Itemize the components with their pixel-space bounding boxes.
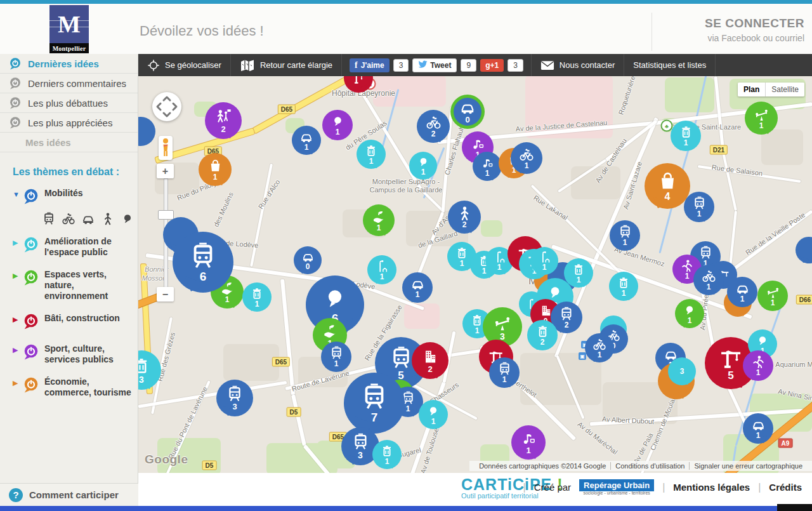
sidebar-item-2[interactable]: Les plus débattues (0, 93, 138, 113)
help-button[interactable]: ? Comment carticiper (0, 483, 138, 506)
map-marker[interactable]: 1 (511, 425, 546, 460)
chevron-right-icon[interactable]: ▶ (13, 346, 22, 354)
map-marker[interactable]: 1 (199, 153, 232, 186)
theme-item-5[interactable]: ▶Économie, commerce, tourisme (0, 370, 138, 403)
map-marker[interactable]: 4 (645, 163, 690, 209)
map-marker[interactable]: 1 (609, 272, 638, 301)
map-marker[interactable]: 0 (294, 246, 322, 274)
music-icon (520, 430, 537, 447)
map-marker[interactable]: 6 (173, 232, 233, 293)
map-marker[interactable]: 2 (205, 102, 242, 139)
map-type-plan[interactable]: Plan (738, 83, 765, 96)
bike-icon[interactable] (62, 212, 75, 226)
map-marker[interactable]: 1 (367, 255, 396, 284)
map-marker[interactable]: 7 (344, 373, 405, 434)
help-label: Comment carticiper (29, 489, 119, 500)
map-marker[interactable]: 1 (745, 102, 778, 135)
map-marker[interactable]: 1 (242, 282, 272, 312)
tweet-button[interactable]: Tweet (412, 58, 457, 72)
map-marker[interactable]: 1 (419, 400, 448, 429)
chevron-right-icon[interactable]: ▶ (13, 272, 22, 280)
attribution-text[interactable]: Conditions d'utilisation (610, 462, 689, 470)
pegman-control[interactable] (159, 136, 173, 160)
map-marker[interactable]: 1 (671, 121, 701, 151)
marker-count: 1 (685, 272, 690, 280)
theme-item-0[interactable]: ▼Mobilités (0, 182, 138, 212)
map-marker[interactable]: 1 (357, 140, 386, 169)
map-marker[interactable]: 1 (675, 299, 704, 328)
contact-button[interactable]: Nous contacter (532, 54, 624, 76)
sidebar-item-0[interactable]: Dernières idées (0, 54, 138, 74)
chevron-down-icon[interactable]: ▼ (13, 190, 22, 198)
map-pan-control[interactable] (152, 92, 181, 121)
theme-item-2[interactable]: ▶Espaces verts, nature, environnement (0, 263, 138, 307)
chevron-right-icon[interactable]: ▶ (13, 379, 22, 387)
bubble-icon (426, 404, 440, 418)
map-marker[interactable] (796, 237, 812, 263)
map-marker[interactable]: 1 (409, 152, 437, 180)
legal-link[interactable]: Mentions légales (673, 482, 750, 493)
theme-item-1[interactable]: ▶Amélioration de l'espace public (0, 230, 138, 263)
map-marker[interactable]: 1 (473, 152, 502, 181)
road-badge: D65 (278, 105, 296, 114)
map-marker[interactable]: 1 (727, 277, 757, 307)
gplus-button[interactable]: g+1 (480, 59, 504, 72)
map-marker[interactable]: 2 (417, 110, 450, 143)
map-marker[interactable]: 2 (527, 320, 558, 350)
map-type-satellite[interactable]: Satellite (765, 83, 804, 96)
login-button[interactable]: SE CONNECTER (665, 17, 804, 30)
header: M Montpellier Dévoilez vos idées ! SE CO… (0, 4, 812, 54)
attribution-text[interactable]: Signaler une erreur cartographique (689, 462, 807, 470)
map-marker[interactable]: 1 (363, 204, 395, 236)
map-marker[interactable]: 1 (693, 265, 724, 295)
map-marker[interactable]: 1 (564, 258, 593, 288)
map-marker[interactable]: 1 (322, 110, 353, 140)
map-marker[interactable]: 1 (684, 192, 714, 222)
zoom-out-button[interactable]: − (157, 287, 174, 302)
map-marker[interactable]: 3 (216, 380, 253, 416)
zoom-slider-handle[interactable] (158, 210, 174, 220)
map-marker[interactable]: 0 (450, 95, 485, 129)
map-marker[interactable]: 1 (321, 342, 351, 372)
map-marker[interactable]: 1 (585, 333, 614, 362)
login-block[interactable]: SE CONNECTER via Facebook ou courriel (652, 13, 804, 51)
sidebar-item-mes-idees[interactable]: Mes idées (0, 133, 138, 152)
theme-item-3[interactable]: ▶Bâti, construction (0, 307, 138, 337)
geolocate-button[interactable]: Se géolocaliser (138, 54, 231, 76)
stats-button[interactable]: Statistiques et listes (624, 54, 716, 76)
montpellier-logo[interactable]: M Montpellier (49, 5, 89, 53)
zoom-in-button[interactable]: + (157, 164, 174, 178)
tram-icon[interactable] (42, 212, 56, 226)
bubble-icon[interactable] (121, 212, 134, 226)
map-marker[interactable]: 1 (402, 272, 433, 303)
back-map-button[interactable]: Retour carte élargie (231, 54, 342, 76)
chevron-right-icon[interactable]: ▶ (13, 239, 22, 247)
map-marker[interactable]: 1 (489, 357, 520, 388)
bike-icon (519, 147, 534, 163)
map-marker[interactable]: 2 (448, 201, 481, 234)
sidebar-item-3[interactable]: Les plus appréciées (0, 113, 138, 133)
map-marker[interactable]: 1 (372, 440, 402, 469)
run-icon (680, 259, 694, 273)
road-badge: D65 (272, 357, 290, 367)
map-canvas[interactable]: + − Plan Satellite Google Données cartog… (138, 76, 812, 473)
map-marker[interactable]: 2 (412, 342, 449, 379)
map-marker[interactable]: 1 (511, 142, 542, 174)
theme-item-4[interactable]: ▶Sport, culture, services publics (0, 337, 138, 370)
map-marker[interactable]: 1 (530, 247, 558, 275)
map-marker[interactable]: 3 (668, 357, 696, 385)
marker-count: 1 (385, 458, 390, 465)
facebook-like-button[interactable]: f J'aime (350, 58, 390, 72)
map-marker[interactable]: 1 (610, 220, 640, 251)
map-marker[interactable]: 1 (743, 350, 773, 381)
car-icon[interactable] (81, 212, 95, 226)
walk-icon[interactable] (101, 212, 115, 226)
map-marker[interactable]: 1 (292, 126, 321, 155)
chevron-right-icon[interactable]: ▶ (13, 315, 22, 324)
map-marker[interactable]: 1 (757, 281, 788, 311)
credits-link[interactable]: Crédits (769, 482, 802, 493)
map-marker[interactable]: 1 (743, 413, 773, 444)
theme-subicons (0, 212, 138, 230)
sidebar-item-1[interactable]: Derniers commentaires (0, 74, 138, 93)
reperage-urbain-logo[interactable]: Repérage Urbain sociologie - urbanisme -… (579, 479, 654, 495)
